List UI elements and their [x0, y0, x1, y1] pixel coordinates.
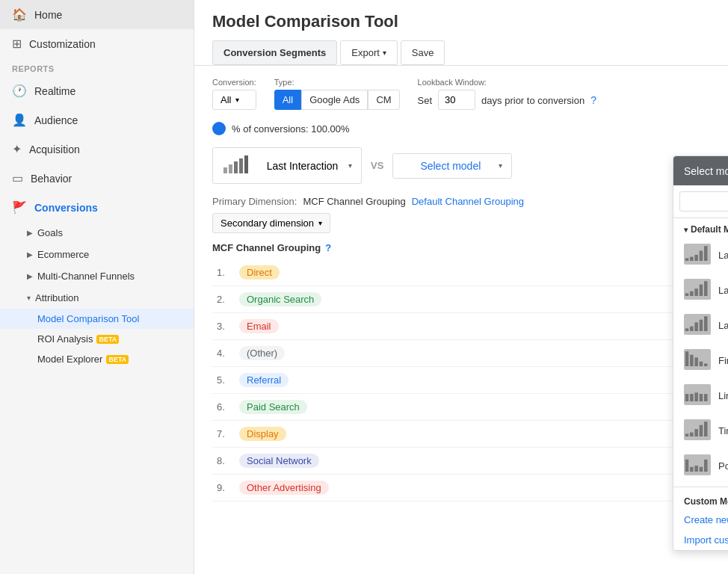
channel-tag[interactable]: Other Advertising — [239, 481, 329, 495]
main-content: Model Comparison Tool Conversion Segment… — [194, 0, 728, 574]
channel-tag[interactable]: Social Network — [239, 454, 319, 468]
secondary-dimension-button[interactable]: Secondary dimension ▾ — [212, 213, 330, 233]
svg-rect-32 — [694, 429, 698, 436]
row-number: 9. — [212, 475, 235, 502]
model1-select-button[interactable]: Last Interaction ▾ — [212, 147, 362, 184]
channel-tag[interactable]: Referral — [239, 373, 289, 387]
model-dropdown-item[interactable]: First Interaction ⧉ — [673, 343, 728, 378]
goals-arrow-icon: ▶ — [27, 229, 33, 237]
sidebar-behavior-label: Behavior — [31, 173, 72, 185]
sidebar-item-home[interactable]: 🏠 Home — [0, 0, 194, 29]
export-button[interactable]: Export ▾ — [340, 40, 398, 65]
model-dropdown: Select model ✕ 🔍 ▾ Default Models Last I… — [673, 155, 728, 551]
table-row: 8. Social Network — [212, 448, 710, 475]
svg-rect-33 — [700, 425, 703, 436]
table-row: 9. Other Advertising — [212, 475, 710, 502]
type-label: Type: — [274, 78, 400, 87]
table-row: 7. Display — [212, 421, 710, 448]
sidebar-acquisition-label: Acquisition — [29, 144, 80, 155]
channel-tag[interactable]: Paid Search — [239, 400, 307, 414]
default-channel-grouping-link[interactable]: Default Channel Grouping — [412, 196, 524, 207]
attribution-arrow-icon: ▾ — [27, 294, 31, 302]
sidebar-item-conversions[interactable]: 🚩 Conversions — [0, 193, 194, 222]
svg-rect-1 — [229, 164, 232, 173]
sidebar-item-realtime[interactable]: 🕐 Realtime — [0, 76, 194, 105]
lookback-input[interactable] — [438, 90, 475, 110]
secondary-dim-label: Secondary dimension — [220, 217, 314, 229]
svg-rect-17 — [694, 322, 698, 331]
sidebar-item-audience[interactable]: 👤 Audience — [0, 105, 194, 135]
dropdown-search-input[interactable] — [679, 191, 728, 212]
svg-rect-12 — [694, 288, 698, 296]
conversion-info-row: % of conversions: 100.00% — [212, 122, 710, 135]
svg-rect-26 — [690, 394, 694, 401]
model2-caret-icon: ▾ — [499, 161, 502, 170]
row-number: 6. — [212, 394, 235, 421]
svg-rect-34 — [704, 422, 708, 436]
row-channel: Paid Search — [235, 394, 710, 421]
model-item-name: Last Non-Direct Click — [718, 285, 728, 296]
row-channel: Direct — [235, 259, 710, 286]
conversion-label: Conversion: — [212, 78, 256, 87]
type-btn-cm[interactable]: CM — [368, 90, 399, 110]
row-number: 1. — [212, 259, 235, 286]
sidebar-item-attribution[interactable]: ▾ Attribution — [0, 287, 194, 309]
svg-rect-7 — [694, 255, 698, 261]
model-dropdown-item[interactable]: Position Based ⧉ — [673, 448, 728, 484]
model1-caret-icon: ▾ — [348, 161, 352, 170]
model1-name: Last Interaction — [256, 160, 348, 172]
sidebar-item-behavior[interactable]: ▭ Behavior — [0, 164, 194, 193]
channel-tag[interactable]: Direct — [239, 265, 280, 280]
sidebar-item-multi-channel[interactable]: ▶ Multi-Channel Funnels — [0, 265, 194, 287]
svg-rect-8 — [700, 251, 703, 262]
secondary-dim-caret-icon: ▾ — [318, 219, 322, 227]
reports-section-label: REPORTS — [0, 58, 194, 76]
ecommerce-arrow-icon: ▶ — [27, 250, 33, 259]
sidebar-home-label: Home — [34, 9, 62, 21]
table-row: 3. Email — [212, 313, 710, 340]
table-row: 6. Paid Search — [212, 394, 710, 421]
sidebar-model-comparison-label: Model Comparison Tool — [37, 313, 139, 324]
type-btn-all[interactable]: All — [274, 90, 301, 110]
sidebar-attribution-label: Attribution — [35, 292, 79, 303]
conversion-value: All — [220, 94, 231, 105]
channel-tag[interactable]: (Other) — [239, 346, 285, 360]
model-dropdown-item[interactable]: Last Google Ads Click ⧉ — [673, 308, 728, 343]
model-item-icon — [684, 314, 711, 337]
channel-tag[interactable]: Email — [239, 319, 279, 333]
channel-tag[interactable]: Display — [239, 427, 286, 441]
lookback-help-icon[interactable]: ? — [590, 94, 596, 110]
home-icon: 🏠 — [12, 7, 27, 22]
sidebar-customization-label: Customization — [29, 38, 96, 50]
sidebar-item-model-explorer[interactable]: Model Explorer BETA — [0, 349, 194, 369]
model-dropdown-item[interactable]: Linear ⧉ — [673, 378, 728, 413]
table-help-icon[interactable]: ? — [325, 242, 331, 253]
model-dropdown-item[interactable]: Time Decay ⧉ — [673, 413, 728, 448]
sidebar-item-model-comparison[interactable]: Model Comparison Tool — [0, 309, 194, 329]
channel-tag[interactable]: Organic Search — [239, 292, 321, 306]
model-dropdown-item[interactable]: Last Non-Direct Click ⧉ — [673, 273, 728, 308]
conversion-select[interactable]: All ▾ — [212, 90, 256, 110]
sidebar-item-roi-analysis[interactable]: ROI Analysis BETA — [0, 329, 194, 349]
conversion-segments-button[interactable]: Conversion Segments — [212, 40, 337, 65]
sidebar-item-ecommerce[interactable]: ▶ Ecommerce — [0, 244, 194, 265]
vs-label: VS — [371, 160, 383, 171]
model-item-icon — [684, 419, 711, 442]
import-custom-model-link[interactable]: Import custom model from Gallery — [673, 530, 728, 550]
lookback-label: Lookback Window: — [418, 78, 596, 87]
svg-rect-11 — [690, 291, 694, 296]
model-dropdown-item[interactable]: Last Interaction ⧉ — [673, 238, 728, 273]
type-btn-google-ads[interactable]: Google Ads — [301, 90, 368, 110]
table-row: 2. Organic Search — [212, 286, 710, 313]
mcf-channel-grouping-link[interactable]: MCF Channel Grouping — [303, 196, 405, 207]
audience-icon: 👤 — [12, 113, 27, 127]
save-button[interactable]: Save — [401, 40, 445, 65]
sidebar-item-customization[interactable]: ⊞ Customization — [0, 29, 194, 58]
model2-select-button[interactable]: Select model ▾ — [392, 153, 512, 179]
svg-rect-19 — [704, 316, 708, 331]
create-custom-model-link[interactable]: Create new custom model — [673, 510, 728, 530]
acquisition-icon: ✦ — [12, 142, 22, 156]
table-header-text: MCF Channel Grouping — [212, 242, 321, 253]
sidebar-item-goals[interactable]: ▶ Goals — [0, 222, 194, 244]
sidebar-item-acquisition[interactable]: ✦ Acquisition — [0, 135, 194, 164]
